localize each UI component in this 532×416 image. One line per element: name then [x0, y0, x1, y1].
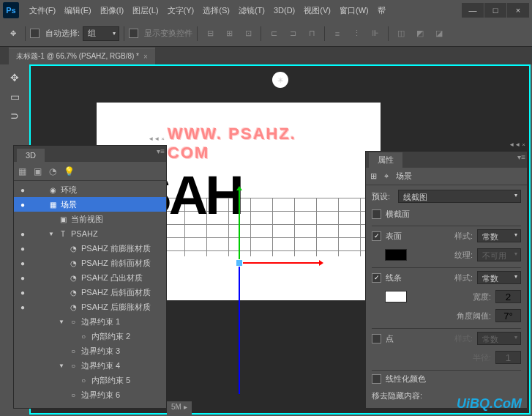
tree-item[interactable]: ●◉环境	[14, 182, 166, 197]
align-icon-4[interactable]: ⊏	[266, 26, 282, 42]
document-tab-bar: 未标题-1 @ 66.7% (PSAHZ, RGB/8) * ×	[0, 47, 532, 64]
preset-dropdown[interactable]: 线截图	[398, 190, 521, 203]
expand-icon[interactable]: ▼	[58, 363, 65, 369]
tree-item[interactable]: ▣当前视图	[14, 212, 166, 226]
tree-item[interactable]: ○边界约束 6	[14, 387, 166, 402]
3d-mode-icon-2[interactable]: ◩	[412, 26, 428, 42]
lines-color-swatch[interactable]	[385, 291, 407, 302]
gizmo-origin[interactable]	[236, 259, 243, 267]
visibility-icon[interactable]: ●	[17, 289, 29, 297]
panel-collapse-icon[interactable]: ◄◄ ×	[148, 135, 165, 142]
panel-collapse-icon[interactable]: ◄◄ ×	[509, 141, 525, 148]
menu-type[interactable]: 文字(Y)	[163, 2, 199, 19]
menu-window[interactable]: 窗口(W)	[335, 2, 373, 19]
3d-panel-tab[interactable]: 3D	[17, 149, 45, 162]
panel-menu-icon[interactable]: ▾≡	[517, 153, 525, 161]
align-icon-1[interactable]: ⊟	[202, 26, 218, 42]
3d-mode-icon-1[interactable]: ◫	[393, 26, 409, 42]
tree-item[interactable]: ●◔PSAHZ 后斜面材质	[14, 285, 166, 300]
menu-image[interactable]: 图像(I)	[96, 2, 128, 19]
tree-item[interactable]: ●◔PSAHZ 后膨胀材质	[14, 300, 166, 314]
marquee-tool[interactable]: ▭	[6, 88, 23, 105]
visibility-icon[interactable]: ●	[17, 303, 29, 311]
tree-item[interactable]: ○内部约束 5	[14, 373, 166, 387]
tree-item[interactable]: ○边界约束 3	[14, 343, 166, 358]
visibility-icon[interactable]: ●	[17, 245, 29, 253]
surface-style-dropdown[interactable]: 常数	[477, 229, 521, 242]
tree-item[interactable]: ○边界约束 7	[14, 402, 166, 405]
section-checkbox[interactable]	[372, 209, 381, 219]
tree-item[interactable]: ▼○边界约束 4	[14, 358, 166, 373]
move-tool[interactable]: ✥	[6, 69, 23, 86]
align-icon-5[interactable]: ⊐	[285, 26, 301, 42]
close-button[interactable]: ×	[507, 3, 529, 18]
maximize-button[interactable]: □	[484, 3, 506, 18]
menu-select[interactable]: 选择(S)	[198, 2, 234, 19]
item-label: 边界约束 6	[81, 390, 120, 401]
tab-close-icon[interactable]: ×	[143, 53, 148, 61]
y-axis-gizmo[interactable]	[239, 190, 240, 264]
tree-item[interactable]: ▼○边界约束 1	[14, 314, 166, 329]
lines-checkbox[interactable]	[372, 273, 381, 283]
minimize-button[interactable]: —	[462, 3, 484, 18]
3d-widget-icon[interactable]: ✳	[272, 72, 288, 88]
visibility-icon[interactable]: ●	[17, 230, 29, 238]
item-label: 边界约束 3	[81, 346, 120, 357]
angle-input[interactable]	[495, 309, 521, 322]
lines-style-dropdown[interactable]: 常数	[477, 271, 521, 284]
panel-menu-icon[interactable]: ▾≡	[157, 147, 165, 155]
distribute-icon-1[interactable]: ≡	[329, 26, 345, 42]
filter-scene-icon[interactable]: ▦	[18, 166, 26, 177]
visibility-icon[interactable]: ●	[17, 201, 29, 209]
item-type-icon: ▣	[58, 215, 68, 223]
lasso-tool[interactable]: ⊃	[6, 107, 23, 125]
surface-checkbox[interactable]	[372, 231, 381, 241]
align-icon-6[interactable]: ⊓	[304, 26, 320, 42]
auto-select-checkbox[interactable]	[30, 29, 40, 38]
tree-item[interactable]: ●◔PSAHZ 前斜面材质	[14, 256, 166, 270]
visibility-icon[interactable]: ●	[17, 274, 29, 282]
3d-mode-icon-3[interactable]: ◪	[431, 26, 447, 42]
menu-edit[interactable]: 编辑(E)	[60, 2, 96, 19]
x-axis-gizmo[interactable]	[239, 262, 319, 264]
item-label: 场景	[61, 199, 77, 210]
watermark-text: WWW. PSAHZ. COM	[168, 125, 310, 163]
linearize-checkbox[interactable]	[372, 374, 381, 384]
item-type-icon: ○	[68, 362, 78, 370]
distribute-icon-2[interactable]: ⋮	[348, 26, 364, 42]
filter-material-icon[interactable]: ◔	[49, 166, 56, 177]
z-axis-gizmo[interactable]	[239, 262, 240, 394]
filter-light-icon[interactable]: 💡	[64, 166, 75, 177]
3d-panel: ◄◄ × 3D ▾≡ ▦ ▣ ◔ 💡 ●◉环境●▦场景▣当前视图●▼TPSAHZ…	[13, 145, 167, 409]
item-label: 内部约束 2	[91, 331, 130, 342]
tree-item[interactable]: ●◔PSAHZ 凸出材质	[14, 270, 166, 285]
tree-item[interactable]: ●▼TPSAHZ	[14, 226, 166, 241]
menu-layer[interactable]: 图层(L)	[128, 2, 162, 19]
tree-item[interactable]: ○内部约束 2	[14, 329, 166, 343]
move-tool-icon[interactable]: ✥	[6, 26, 20, 41]
document-tab[interactable]: 未标题-1 @ 66.7% (PSAHZ, RGB/8) * ×	[9, 48, 155, 64]
surface-color-swatch[interactable]	[385, 249, 407, 261]
expand-icon[interactable]: ▼	[58, 319, 65, 325]
align-icon-2[interactable]: ⊞	[221, 26, 237, 42]
hide-label: 移去隐藏内容:	[372, 390, 422, 401]
tree-item[interactable]: ●▦场景	[14, 197, 166, 212]
menu-view[interactable]: 视图(V)	[299, 2, 335, 19]
show-transform-checkbox[interactable]	[129, 29, 138, 38]
filter-mesh-icon[interactable]: ▣	[34, 166, 42, 177]
auto-select-dropdown[interactable]: 组	[83, 26, 119, 41]
menu-file[interactable]: 文件(F)	[25, 2, 60, 19]
expand-icon[interactable]: ▼	[48, 231, 55, 237]
menu-3d[interactable]: 3D(D)	[269, 3, 299, 18]
points-checkbox[interactable]	[372, 334, 381, 343]
3d-scene-tree[interactable]: ●◉环境●▦场景▣当前视图●▼TPSAHZ●◔PSAHZ 前膨胀材质●◔PSAH…	[14, 181, 166, 405]
width-input[interactable]	[495, 290, 521, 303]
distribute-icon-3[interactable]: ⊪	[367, 26, 383, 42]
visibility-icon[interactable]: ●	[17, 186, 29, 194]
align-icon-3[interactable]: ⊡	[240, 26, 256, 42]
tree-item[interactable]: ●◔PSAHZ 前膨胀材质	[14, 241, 166, 256]
visibility-icon[interactable]: ●	[17, 259, 29, 267]
menu-help[interactable]: 帮	[373, 2, 390, 19]
menu-filter[interactable]: 滤镜(T)	[234, 2, 269, 19]
properties-panel-tab[interactable]: 属性	[369, 152, 402, 168]
